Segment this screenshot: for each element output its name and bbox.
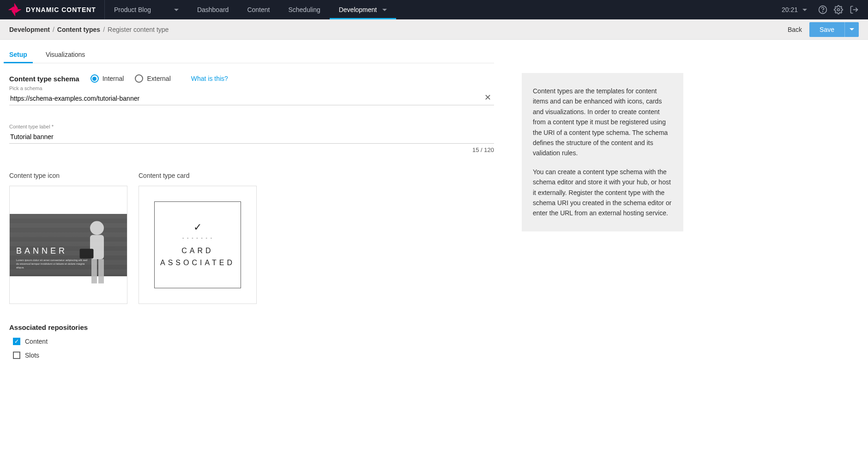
- label-field: Content type label *: [9, 124, 494, 144]
- banner-lorem: Lorem ipsum dolor sit amet consectetur a…: [16, 259, 90, 269]
- crumb-root[interactable]: Development: [9, 26, 50, 33]
- radio-label: External: [147, 75, 170, 82]
- svg-point-3: [90, 221, 104, 235]
- radio-internal[interactable]: Internal: [90, 74, 124, 83]
- char-count: 15 / 120: [9, 146, 494, 153]
- top-nav: DYNAMIC CONTENT Product Blog Dashboard C…: [0, 0, 868, 19]
- radio-label: Internal: [102, 75, 124, 82]
- info-panel: Content types are the templates for cont…: [522, 73, 683, 231]
- repo-label: Content: [25, 338, 48, 345]
- card-column: Content type card ✓ - - - - - - - CARD A…: [139, 172, 257, 304]
- chevron-down-icon: [382, 9, 387, 11]
- chevron-down-icon: [850, 28, 854, 30]
- associated-repositories-heading: Associated repositories: [9, 323, 494, 331]
- card-heading: Content type card: [139, 172, 257, 179]
- save-dropdown-button[interactable]: [844, 22, 859, 37]
- left-column: Setup Visualizations Content type schema…: [9, 40, 494, 365]
- back-button[interactable]: Back: [788, 26, 802, 33]
- breadcrumb-bar: Development / Content types / Register c…: [0, 19, 868, 40]
- clear-icon[interactable]: ✕: [484, 92, 491, 103]
- time-selector[interactable]: 20:21: [777, 6, 812, 13]
- what-is-this-link[interactable]: What is this?: [191, 75, 228, 82]
- radio-external[interactable]: External: [135, 74, 170, 83]
- radio-icon: [90, 74, 99, 83]
- logo-box: DYNAMIC CONTENT: [0, 0, 105, 19]
- icon-heading: Content type icon: [9, 172, 127, 179]
- settings-icon[interactable]: [834, 5, 843, 14]
- logout-icon[interactable]: [850, 5, 859, 14]
- crumb-sep: /: [53, 26, 54, 33]
- content-type-card-preview[interactable]: ✓ - - - - - - - CARD ASSOCIATED: [139, 186, 257, 304]
- time-text: 20:21: [782, 6, 798, 13]
- card-text: CARD ASSOCIATED: [160, 245, 235, 268]
- nav-dashboard[interactable]: Dashboard: [188, 0, 238, 19]
- main-content: Setup Visualizations Content type schema…: [0, 40, 868, 384]
- tab-visualizations[interactable]: Visualizations: [46, 51, 85, 63]
- info-paragraph-1: Content types are the templates for cont…: [533, 86, 672, 158]
- chevron-down-icon: [802, 9, 807, 11]
- tab-setup[interactable]: Setup: [9, 51, 27, 63]
- help-icon[interactable]: [818, 5, 827, 14]
- crumb-mid[interactable]: Content types: [57, 26, 100, 33]
- repo-label: Slots: [25, 352, 39, 359]
- label-hint: Content type label *: [9, 124, 494, 129]
- label-input[interactable]: [9, 130, 494, 144]
- app-logo-icon: [8, 3, 21, 16]
- schema-field: Pick a schema ✕: [9, 85, 494, 105]
- schema-hint: Pick a schema: [9, 85, 494, 91]
- tab-row: Setup Visualizations: [9, 40, 494, 63]
- right-column: Content types are the templates for cont…: [522, 73, 683, 365]
- primary-nav: Dashboard Content Scheduling Development: [188, 0, 396, 19]
- icon-column: Content type icon BANNER: [9, 172, 127, 304]
- hub-name: Product Blog: [114, 6, 151, 13]
- nav-development[interactable]: Development: [330, 0, 397, 19]
- checkbox-icon: [13, 352, 20, 359]
- nav-content[interactable]: Content: [238, 0, 279, 19]
- info-paragraph-2: You can create a content type schema wit…: [533, 167, 672, 219]
- chevron-down-icon: [174, 9, 179, 11]
- checkmark-icon: ✓: [193, 221, 202, 233]
- schema-heading: Content type schema: [9, 75, 79, 83]
- hub-selector[interactable]: Product Blog: [105, 0, 188, 19]
- repo-slots-checkbox[interactable]: Slots: [9, 352, 494, 359]
- banner-thumbnail: BANNER Lorem ipsum dolor sit amet consec…: [10, 214, 127, 276]
- dash-decoration: - - - - - - -: [182, 235, 213, 240]
- svg-rect-7: [98, 259, 104, 284]
- schema-source-row: Content type schema Internal External Wh…: [9, 74, 494, 83]
- nav-right: 20:21: [777, 0, 859, 19]
- crumb-sep: /: [103, 26, 105, 33]
- crumb-leaf: Register content type: [108, 26, 169, 33]
- repo-content-checkbox[interactable]: ✓ Content: [9, 338, 494, 345]
- app-logo-text: DYNAMIC CONTENT: [26, 6, 96, 13]
- nav-scheduling[interactable]: Scheduling: [279, 0, 329, 19]
- setup-form: Content type schema Internal External Wh…: [9, 63, 494, 359]
- save-split-button: Save: [809, 22, 859, 37]
- checkbox-icon: ✓: [13, 338, 20, 345]
- svg-point-1: [823, 12, 823, 12]
- svg-point-2: [838, 9, 840, 11]
- save-button[interactable]: Save: [809, 22, 844, 37]
- preview-cards-row: Content type icon BANNER: [9, 172, 494, 304]
- banner-title: BANNER: [16, 246, 121, 256]
- breadcrumb-actions: Back Save: [788, 22, 859, 37]
- schema-input[interactable]: [9, 92, 494, 105]
- svg-rect-6: [91, 259, 97, 284]
- radio-icon: [135, 74, 143, 83]
- card-associated-box: ✓ - - - - - - - CARD ASSOCIATED: [154, 201, 241, 288]
- content-type-icon-preview[interactable]: BANNER Lorem ipsum dolor sit amet consec…: [9, 186, 127, 304]
